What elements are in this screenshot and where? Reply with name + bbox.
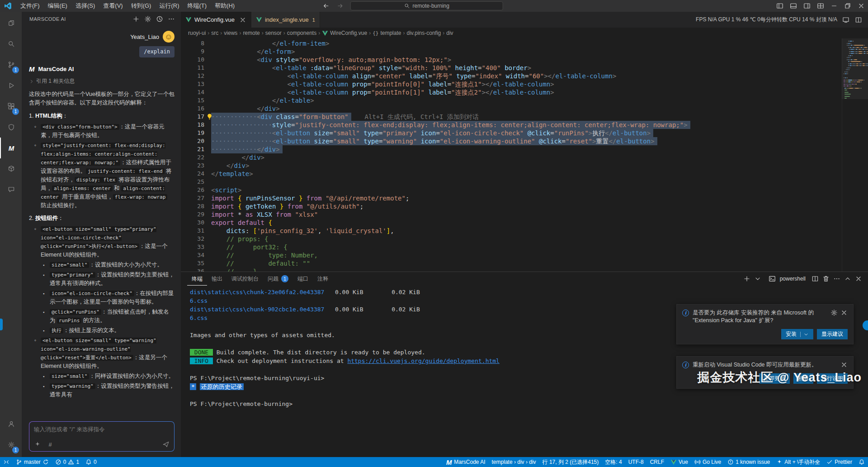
nav-forward-icon[interactable] xyxy=(336,2,345,10)
code-line[interactable]: 28import { getToken } from "@/utils/auth… xyxy=(181,202,842,210)
customize-layout-icon[interactable] xyxy=(814,0,827,12)
maximize-panel-icon[interactable] xyxy=(843,274,853,284)
panel-tab-注释[interactable]: 注释 xyxy=(313,272,333,286)
code-line[interactable]: 30export default { xyxy=(181,219,842,227)
notification-close-icon[interactable] xyxy=(840,361,848,368)
split-editor-icon[interactable] xyxy=(854,16,863,24)
status-completion-toggle[interactable]: Alt + \手动补全 xyxy=(773,457,823,467)
menu-文件(F)[interactable]: 文件(F) xyxy=(16,0,44,12)
code-line[interactable]: 32 // props: { xyxy=(181,235,842,243)
code-line[interactable]: 23 </div> xyxy=(181,162,842,170)
context-hash-icon[interactable]: # xyxy=(47,441,54,448)
menu-帮助(H)[interactable]: 帮助(H) xyxy=(211,0,239,12)
panel-tab-调试控制台[interactable]: 调试控制台 xyxy=(227,272,263,286)
screencast-icon[interactable] xyxy=(842,16,850,24)
breadcrumb-item[interactable]: div xyxy=(446,30,453,36)
notification-settings-icon[interactable] xyxy=(830,309,838,316)
code-line[interactable]: 36 // }, xyxy=(181,267,842,272)
status-encoding[interactable]: UTF-8 xyxy=(625,457,647,467)
minimap[interactable] xyxy=(842,38,868,272)
code-line[interactable]: 35 // default: "" xyxy=(181,259,842,267)
status-problems[interactable]: 01 xyxy=(52,457,82,467)
breadcrumb-item[interactable]: ruoyi-ui xyxy=(188,30,206,36)
panel-tab-输出[interactable]: 输出 xyxy=(207,272,227,286)
terminal-instance-powershell[interactable]: powershell xyxy=(764,274,809,284)
activity-search[interactable] xyxy=(0,33,22,54)
activity-explorer[interactable] xyxy=(0,13,22,33)
code-line[interactable]: 11 <el-table :data="lineGroup" style="wi… xyxy=(181,64,842,72)
notification-close-icon[interactable] xyxy=(840,309,848,316)
dropdown-split[interactable] xyxy=(800,332,809,337)
code-line[interactable]: 17············<div class="form-button"Al… xyxy=(181,113,842,121)
nav-back-icon[interactable] xyxy=(321,2,330,10)
toggle-sidebar-icon[interactable] xyxy=(773,0,787,12)
status-marscode[interactable]: MMarsCode AI xyxy=(443,457,488,467)
split-terminal-icon[interactable] xyxy=(810,274,820,284)
restore-button[interactable] xyxy=(841,0,854,12)
menu-查看(V)[interactable]: 查看(V) xyxy=(99,0,127,12)
close-button[interactable] xyxy=(854,0,868,12)
lightbulb-icon[interactable] xyxy=(206,113,213,120)
menu-转到(G)[interactable]: 转到(G) xyxy=(127,0,156,12)
new-terminal-icon[interactable] xyxy=(742,274,752,284)
code-line[interactable]: 20················<el-button size="small… xyxy=(181,137,842,145)
search-box[interactable]: remote-burning xyxy=(350,1,503,10)
code-line[interactable]: 10 <div style="overflow-y: auto;margin-b… xyxy=(181,56,842,64)
activity-run-and-debug[interactable] xyxy=(0,75,22,96)
breadcrumb-item[interactable]: sensor xyxy=(265,30,282,36)
chevron-down-icon[interactable] xyxy=(803,332,809,337)
breadcrumb-item[interactable]: {}template xyxy=(373,30,401,36)
activity-marscode-ai[interactable]: M xyxy=(0,138,22,158)
activity-comments[interactable] xyxy=(0,179,22,200)
activity-source-control[interactable]: 1 xyxy=(0,54,22,75)
send-icon[interactable] xyxy=(162,441,170,448)
breadcrumb-item[interactable]: views xyxy=(224,30,237,36)
status-go-live[interactable]: Go Live xyxy=(691,457,724,467)
chat-settings-icon[interactable] xyxy=(143,14,153,24)
code-line[interactable]: 9 </el-form> xyxy=(181,48,842,56)
notification-button[interactable]: 安装 xyxy=(781,329,813,339)
toggle-secondary-sidebar-icon[interactable] xyxy=(800,0,814,12)
close-panel-icon[interactable] xyxy=(854,274,863,284)
menu-选择(S)[interactable]: 选择(S) xyxy=(71,0,99,12)
panel-tab-端口[interactable]: 端口 xyxy=(293,272,313,286)
menu-终端(T)[interactable]: 终端(T) xyxy=(183,0,211,12)
terminal-dropdown-icon[interactable] xyxy=(753,274,763,284)
status-prettier[interactable]: Prettier xyxy=(823,457,855,467)
menu-运行(R)[interactable]: 运行(R) xyxy=(155,0,183,12)
more-actions-icon[interactable] xyxy=(166,14,176,24)
activity-extensions[interactable]: 1 xyxy=(0,96,22,117)
code-line[interactable]: 26<script> xyxy=(181,186,842,194)
code-line[interactable]: 8 </el-form-item> xyxy=(181,39,842,48)
activity-settings[interactable]: 1 xyxy=(0,434,22,455)
status-dom-path[interactable]: template › div › div xyxy=(489,457,539,467)
code-line[interactable]: 29import * as XLSX from "xlsx" xyxy=(181,210,842,219)
status-bell-count[interactable]: 0 xyxy=(82,457,100,467)
status-notifications-bell[interactable] xyxy=(855,457,868,467)
breadcrumb-item[interactable]: div.pins-config xyxy=(406,30,441,36)
code-line[interactable]: 22 </div> xyxy=(181,153,842,162)
new-chat-icon[interactable] xyxy=(131,14,141,24)
code-line[interactable]: 19················<el-button size="small… xyxy=(181,129,842,137)
status-known-issue[interactable]: 1 known issue xyxy=(724,457,773,467)
breadcrumb-item[interactable]: WireConfig.vue xyxy=(322,30,367,36)
code-line[interactable]: 25 xyxy=(181,178,842,186)
history-icon[interactable] xyxy=(155,14,165,24)
tab-close-icon[interactable] xyxy=(239,16,246,24)
code-line[interactable]: 18················style="justify-content… xyxy=(181,121,842,129)
activity-security[interactable] xyxy=(0,117,22,138)
tab-index_single.vue[interactable]: index_single.vue1 xyxy=(251,12,320,28)
status-language-mode[interactable]: Vue xyxy=(667,457,691,467)
tab-WireConfig.vue[interactable]: WireConfig.vue xyxy=(181,12,251,28)
breadcrumb-item[interactable]: src xyxy=(211,30,218,36)
menu-编辑(E)[interactable]: 编辑(E) xyxy=(44,0,71,12)
code-line[interactable]: 33 // port32: { xyxy=(181,243,842,251)
toggle-panel-icon[interactable] xyxy=(787,0,800,12)
activity-dependencies[interactable] xyxy=(0,158,22,179)
code-line[interactable]: 31 dicts: ['pins_config_32', 'liquid_cry… xyxy=(181,227,842,235)
chat-input[interactable]: 输入消息或者 "/" 来选择指令 # xyxy=(29,421,175,452)
status-indentation[interactable]: 空格: 4 xyxy=(602,457,625,467)
status-eol[interactable]: CRLF xyxy=(647,457,667,467)
status-remote-window[interactable] xyxy=(0,457,13,467)
code-line[interactable]: 13 <el-table-column prop="pointInfo[0]" … xyxy=(181,80,842,88)
